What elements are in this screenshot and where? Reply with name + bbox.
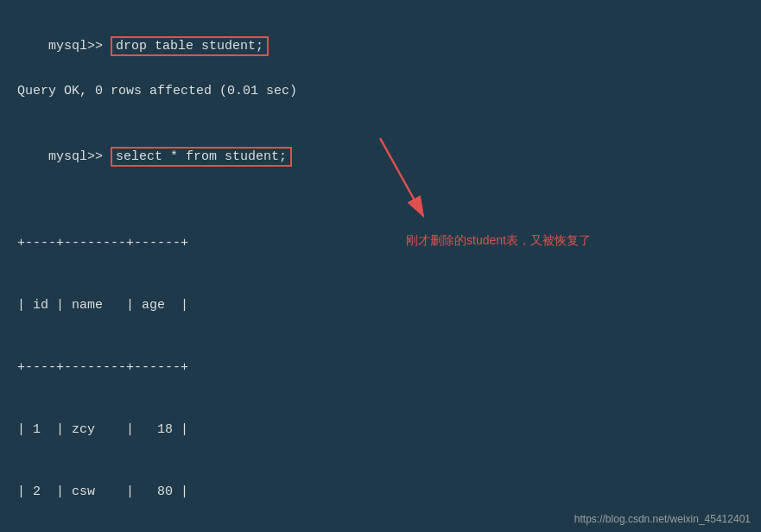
table-output: +----+--------+------+ | id | name | age… (17, 192, 744, 532)
watermark: https://blog.csdn.net/weixin_45412401 (574, 513, 751, 525)
table-row: | 1 | zcy | 18 | (17, 420, 744, 440)
drop-command-highlight: drop table student; (111, 36, 269, 56)
terminal-container: mysql>> drop table student; Query OK, 0 … (17, 16, 744, 532)
drop-command-line: mysql>> drop table student; (17, 16, 744, 78)
table-header: | id | name | age | (17, 295, 744, 316)
prompt-2: mysql> (48, 149, 95, 164)
query-ok-line: Query OK, 0 rows affected (0.01 sec) (17, 81, 744, 102)
table-sep-header: +----+--------+------+ (17, 358, 744, 378)
table-row: | 2 | csw | 80 | (17, 482, 744, 503)
prompt-1: mysql> (48, 39, 95, 54)
table-sep-top: +----+--------+------+ (17, 233, 744, 254)
select-command-line: mysql>> select * from student; (17, 126, 744, 188)
empty-line-1 (17, 105, 744, 126)
annotation-text: 刚才删除的student表，又被恢复了 (406, 233, 591, 249)
select-command-highlight: select * from student; (111, 147, 292, 167)
